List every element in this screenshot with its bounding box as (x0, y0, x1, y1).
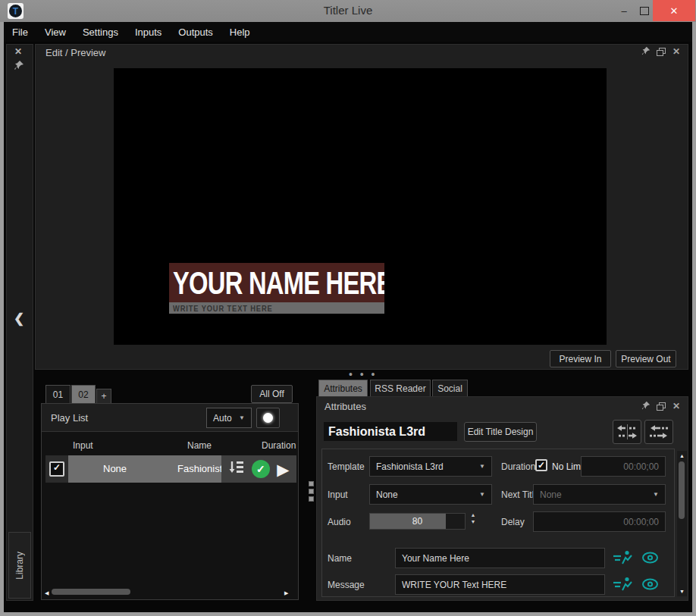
lower-third-message-bar: WRITE YOUR TEXT HERE (169, 302, 384, 314)
row-checkbox[interactable]: ✓ (49, 461, 64, 477)
preview-in-button[interactable]: Preview In (550, 350, 611, 367)
menu-settings[interactable]: Settings (74, 22, 127, 42)
column-input: Input (73, 440, 93, 451)
tab-attributes[interactable]: Attributes (318, 380, 368, 396)
row-name-value: Fashionista (177, 463, 221, 474)
message-input[interactable] (395, 574, 605, 595)
template-select[interactable]: Fashionista L3rd ▼ (369, 456, 492, 477)
horizontal-splitter-handle[interactable]: • • • (349, 368, 377, 380)
chevron-down-icon: ▼ (479, 491, 485, 498)
library-tab[interactable]: Library (8, 532, 31, 599)
collapse-sidebar-chevron-icon[interactable]: ❮ (14, 311, 24, 327)
playlist-tab-02[interactable]: 02 (71, 385, 96, 403)
tab-rss-reader[interactable]: RSS Reader (370, 380, 431, 396)
audio-stepper[interactable]: ▲ ▼ (468, 511, 478, 525)
chevron-down-icon: ▼ (653, 491, 659, 498)
close-button[interactable]: ✕ (653, 0, 695, 21)
maximize-button[interactable] (635, 2, 654, 20)
vscroll-down-arrow-icon[interactable]: ▼ (679, 588, 685, 595)
menu-help[interactable]: Help (221, 22, 259, 42)
playlist-title: Play List (51, 412, 88, 424)
vscroll-thumb[interactable] (679, 461, 685, 519)
menu-file[interactable]: File (4, 22, 36, 42)
window-title: Titler Live (0, 4, 696, 17)
playlist-row[interactable]: None Fashionista (68, 455, 221, 483)
audio-value: 80 (370, 516, 465, 527)
library-tab-label: Library (14, 552, 25, 580)
sidebar-pin-icon[interactable] (13, 60, 24, 74)
tab-social[interactable]: Social (432, 380, 468, 396)
visibility-eye-icon[interactable] (641, 578, 659, 590)
preview-pin-icon[interactable] (641, 45, 651, 59)
vscroll-up-arrow-icon[interactable]: ▲ (679, 452, 685, 459)
preview-out-button[interactable]: Preview Out (616, 350, 676, 367)
menu-view[interactable]: View (36, 22, 74, 42)
playlist-tab-01[interactable]: 01 (45, 385, 71, 403)
play-icon[interactable]: ▶ (277, 461, 289, 477)
transition-in-out-button[interactable] (644, 420, 673, 444)
row-input-value: None (103, 463, 127, 474)
attributes-vscrollbar[interactable]: ▲ ▼ (677, 451, 687, 596)
stepper-down-icon[interactable]: ▼ (471, 518, 476, 525)
template-value: Fashionista L3rd (376, 461, 444, 472)
no-limit-checkbox[interactable]: ✓ (535, 459, 547, 471)
visibility-eye-icon[interactable] (641, 552, 659, 564)
animate-text-icon[interactable] (613, 550, 632, 564)
name-label: Name (328, 553, 352, 564)
audio-slider[interactable]: 80 (369, 513, 466, 530)
play-order-icon[interactable] (228, 460, 244, 478)
transition-split-icon (616, 424, 638, 440)
input-select[interactable]: None ▼ (369, 484, 492, 505)
next-title-value: None (540, 489, 562, 500)
delay-label: Delay (501, 517, 525, 527)
app-window: Titler Live T – ✕ File View Settings Inp… (0, 0, 696, 616)
minimize-button[interactable]: – (614, 2, 634, 20)
duration-time-value: 00:00;00 (623, 461, 659, 472)
duration-time-field[interactable]: 00:00;00 (581, 456, 666, 477)
playlist-light-button[interactable] (256, 408, 280, 428)
sidebar-close-icon[interactable]: ✕ (14, 46, 22, 57)
menubar: File View Settings Inputs Outputs Help (4, 22, 692, 42)
playlist-body: Play List Auto ▼ Input Name Duration ✓ N… (41, 403, 299, 600)
check-circle-icon[interactable]: ✓ (252, 460, 270, 478)
app-icon-glyph: T (9, 5, 22, 17)
delay-time-field[interactable]: 00:00;00 (533, 511, 666, 532)
attributes-pin-icon[interactable] (641, 400, 651, 414)
input-label: Input (328, 489, 348, 500)
row-checkbox-cell: ✓ (45, 455, 68, 483)
playlist-add-tab-button[interactable]: + (96, 389, 111, 403)
transition-in-out-split-button[interactable] (613, 420, 641, 444)
animate-text-icon[interactable] (613, 577, 632, 591)
message-label: Message (328, 580, 365, 590)
all-off-button[interactable]: All Off (251, 385, 293, 403)
record-light-icon (263, 413, 273, 423)
hscroll-thumb[interactable] (52, 589, 130, 595)
title-name-value: Fashionista L3rd (328, 425, 425, 439)
lower-third-message-text: WRITE YOUR TEXT HERE (173, 304, 273, 313)
column-duration: Duration (262, 440, 296, 451)
preview-restore-icon[interactable] (657, 46, 666, 60)
menu-inputs[interactable]: Inputs (127, 22, 170, 42)
delay-time-value: 00:00;00 (623, 517, 659, 527)
playlist-mode-select[interactable]: Auto ▼ (206, 408, 252, 428)
edit-title-design-button[interactable]: Edit Title Design (464, 422, 537, 442)
edit-preview-title: Edit / Preview (45, 47, 105, 58)
name-input[interactable] (395, 548, 605, 568)
hscroll-right-arrow-icon[interactable]: ▶ (284, 589, 288, 596)
audio-label: Audio (328, 517, 351, 527)
lower-third-name-bar: YOUR NAME HERE (169, 263, 384, 302)
menu-outputs[interactable]: Outputs (170, 22, 221, 42)
attributes-close-icon[interactable]: ✕ (670, 401, 682, 411)
column-name: Name (187, 440, 212, 451)
attributes-restore-icon[interactable] (657, 401, 666, 414)
next-title-select[interactable]: None ▼ (533, 484, 666, 505)
preview-close-icon[interactable]: ✕ (670, 46, 682, 57)
chevron-down-icon: ▼ (239, 414, 245, 421)
vertical-splitter-handle[interactable] (309, 479, 314, 504)
hscroll-left-arrow-icon[interactable]: ◀ (45, 589, 49, 596)
title-name-field[interactable]: Fashionista L3rd (324, 422, 457, 441)
chevron-down-icon: ▼ (479, 463, 485, 470)
stepper-up-icon[interactable]: ▲ (471, 511, 476, 518)
transition-icon (647, 424, 670, 440)
row-actions-cell: ✓ ▶ (221, 455, 296, 483)
